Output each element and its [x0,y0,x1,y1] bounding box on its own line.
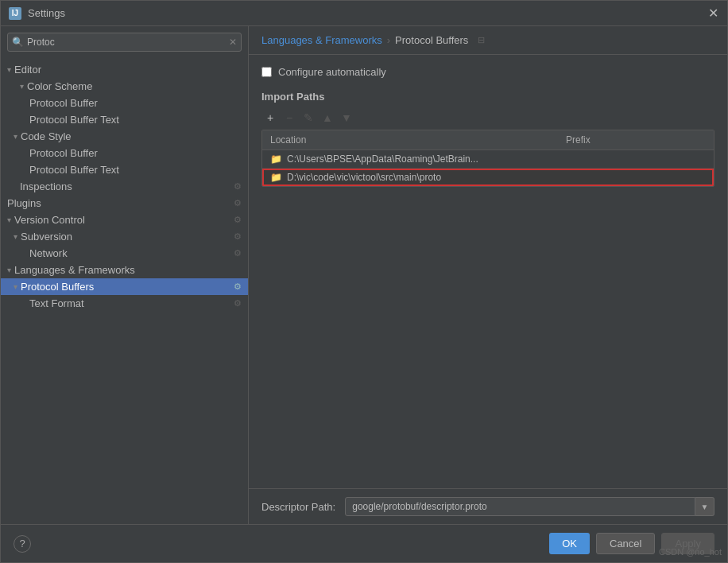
sidebar-item-inspections[interactable]: Inspections ⚙ [1,178,248,195]
folder-icon: 📁 [270,153,282,165]
sidebar-item-protocol-buffer-text-1[interactable]: Protocol Buffer Text [1,111,248,128]
sidebar-item-label: Inspections [20,181,72,192]
sidebar-item-label: Editor [14,64,41,76]
pin-icon[interactable]: ⊟ [478,35,485,45]
breadcrumb-current: Protocol Buffers [395,34,468,46]
header-prefix: Prefix [558,130,714,149]
search-input[interactable] [7,33,242,52]
row-location: C:\Users\BPSE\AppData\Roaming\JetBrain..… [287,153,566,165]
table-toolbar: + − ✎ ▲ ▼ [261,109,714,126]
title-bar: IJ Settings ✕ [1,1,727,26]
import-paths-title: Import Paths [261,91,714,103]
sidebar-item-label: Code Style [21,130,72,142]
sidebar-item-label: Languages & Frameworks [14,264,135,276]
table-row[interactable]: 📁 D:\vic\code\vic\victool\src\main\proto [262,169,714,186]
sidebar-item-label: Protocol Buffer [29,147,98,159]
sidebar-item-plugins[interactable]: Plugins ⚙ [1,195,248,212]
help-button[interactable]: ? [14,535,31,553]
sidebar: 🔍 ✕ ▾ Editor ▾ Color Scheme [1,26,249,524]
sidebar-item-editor[interactable]: ▾ Editor [1,61,248,78]
configure-auto-row: Configure automatically [261,66,714,78]
arrow-icon: ▾ [7,215,11,224]
settings-tree: ▾ Editor ▾ Color Scheme Protocol Buffer [1,58,248,524]
arrow-icon: ▾ [14,132,17,141]
header-location: Location [262,130,558,149]
breadcrumb-link-1[interactable]: Languages & Frameworks [261,34,382,46]
configure-auto-label: Configure automatically [278,66,386,78]
sidebar-item-protocol-buffer-2[interactable]: Protocol Buffer [1,145,248,161]
sidebar-item-color-scheme[interactable]: ▾ Color Scheme [1,78,248,95]
remove-button[interactable]: − [281,109,298,126]
sidebar-item-label: Text Format [29,297,84,309]
sidebar-item-label: Network [29,247,68,259]
ok-button[interactable]: OK [549,533,590,554]
up-button[interactable]: ▲ [319,109,336,126]
search-box: 🔍 ✕ [7,33,242,52]
sidebar-item-label: Version Control [14,214,85,226]
window-title: Settings [28,7,707,19]
gear-icon: ⚙ [234,282,242,292]
clear-icon[interactable]: ✕ [229,37,237,48]
gear-icon: ⚙ [234,215,242,225]
sidebar-item-network[interactable]: Network ⚙ [1,245,248,262]
breadcrumb-separator: › [387,34,390,46]
arrow-icon: ▾ [14,232,17,241]
app-icon: IJ [9,7,21,20]
descriptor-dropdown-button[interactable]: ▼ [695,497,714,516]
configure-auto-checkbox[interactable] [261,67,272,77]
main-panel: Languages & Frameworks › Protocol Buffer… [249,26,727,524]
descriptor-input[interactable] [345,497,695,516]
edit-button[interactable]: ✎ [300,109,317,126]
sidebar-item-protocol-buffers[interactable]: ▾ Protocol Buffers ⚙ [1,278,248,295]
add-button[interactable]: + [261,109,279,126]
gear-icon: ⚙ [234,231,242,242]
footer-left: ? [14,535,31,553]
gear-icon: ⚙ [234,248,242,258]
down-button[interactable]: ▼ [338,109,355,126]
watermark: CSDN @no_hot [659,547,722,557]
sidebar-item-label: Color Scheme [27,80,92,92]
sidebar-item-protocol-buffer-1[interactable]: Protocol Buffer [1,95,248,111]
sidebar-item-label: Plugins [7,197,41,209]
sidebar-item-label: Subversion [21,231,72,243]
arrow-icon: ▾ [7,65,11,74]
sidebar-item-label: Protocol Buffer [29,97,98,109]
sidebar-item-protocol-buffer-text-2[interactable]: Protocol Buffer Text [1,161,248,178]
sidebar-item-label: Protocol Buffer Text [29,114,119,126]
search-icon: 🔍 [12,37,24,48]
sidebar-item-code-style[interactable]: ▾ Code Style [1,128,248,145]
folder-icon: 📁 [270,172,282,183]
arrow-icon: ▾ [14,282,17,291]
sidebar-item-languages-frameworks[interactable]: ▾ Languages & Frameworks [1,262,248,278]
row-location: D:\vic\code\vic\victool\src\main\proto [287,172,566,183]
cancel-button[interactable]: Cancel [596,533,655,554]
gear-icon: ⚙ [234,298,242,309]
sidebar-item-subversion[interactable]: ▾ Subversion ⚙ [1,228,248,245]
arrow-icon: ▾ [7,266,11,274]
breadcrumb: Languages & Frameworks › Protocol Buffer… [249,26,727,55]
table-row[interactable]: 📁 C:\Users\BPSE\AppData\Roaming\JetBrain… [262,150,714,169]
descriptor-area: Descriptor Path: ▼ [249,488,727,524]
panel-content: Configure automatically Import Paths + −… [249,55,727,488]
descriptor-label: Descriptor Path: [261,501,335,513]
sidebar-item-text-format[interactable]: Text Format ⚙ [1,295,248,312]
sidebar-item-label: Protocol Buffer Text [29,164,119,176]
sidebar-item-label: Protocol Buffers [21,281,94,293]
gear-icon: ⚙ [234,198,242,208]
footer: ? OK Cancel Apply [1,524,727,562]
import-paths-table: Location Prefix 📁 C:\Users\BPSE\AppData\… [261,130,714,187]
table-header: Location Prefix [262,130,714,150]
sidebar-item-version-control[interactable]: ▾ Version Control ⚙ [1,212,248,228]
gear-icon: ⚙ [234,181,242,192]
descriptor-input-wrapper: ▼ [345,497,714,516]
arrow-icon: ▾ [20,82,24,91]
close-button[interactable]: ✕ [707,7,719,20]
